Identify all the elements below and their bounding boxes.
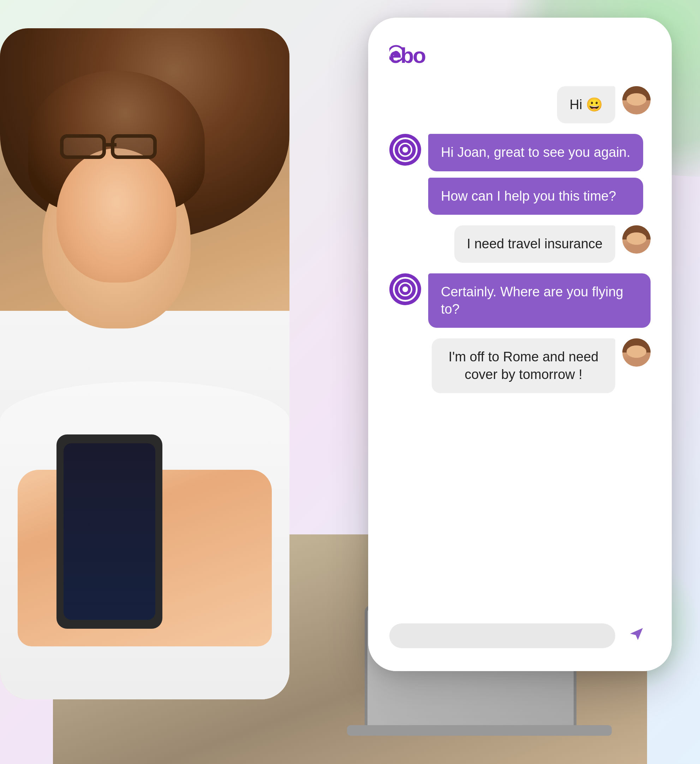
message-text-2: Hi Joan, great to see you again.: [441, 145, 630, 160]
logo-area: ebo: [389, 39, 651, 69]
message-row-5: Certainly. Where are you flying to?: [389, 273, 651, 328]
bot-messages-group-1: Hi Joan, great to see you again. How can…: [428, 134, 643, 215]
message-row-1: Hi 😀: [389, 86, 651, 123]
svg-point-1: [393, 51, 399, 56]
chat-area: Hi 😀: [389, 86, 651, 602]
svg-point-6: [402, 286, 408, 292]
bubble-certainly: Certainly. Where are you flying to?: [428, 273, 651, 328]
message-row-2: Hi Joan, great to see you again. How can…: [389, 134, 651, 215]
message-text-1: Hi 😀: [570, 97, 603, 112]
message-row-6: I'm off to Rome and need cover by tomorr…: [389, 338, 651, 393]
bot-avatar-2: [389, 273, 421, 305]
bubble-travel: I need travel insurance: [454, 225, 615, 263]
message-text-4: I need travel insurance: [467, 236, 603, 251]
svg-point-4: [402, 147, 408, 153]
bot-avatar-inner-2: [393, 277, 417, 302]
device-inner: ebo Hi 😀: [368, 18, 672, 671]
message-text-3: How can I help you this time?: [441, 189, 616, 204]
bot-avatar-1: [389, 134, 421, 166]
ebo-logo: ebo: [389, 42, 446, 67]
message-text-6: I'm off to Rome and need cover by tomorr…: [448, 349, 599, 382]
bot-avatar-inner-1: [393, 138, 417, 162]
bubble-greet: Hi Joan, great to see you again.: [428, 134, 643, 171]
user-avatar-2: [622, 225, 651, 254]
send-button[interactable]: [622, 622, 651, 650]
input-bar: [389, 613, 651, 657]
message-row-4: I need travel insurance: [389, 225, 651, 263]
message-input[interactable]: [389, 623, 615, 648]
chat-device: ebo Hi 😀: [368, 18, 672, 671]
bot-logo-icon: [398, 142, 412, 157]
send-icon: [627, 625, 645, 647]
bubble-rome: I'm off to Rome and need cover by tomorr…: [432, 338, 615, 393]
person-photo: [0, 28, 289, 699]
message-text-5: Certainly. Where are you flying to?: [441, 284, 623, 316]
bot-logo-icon-2: [398, 282, 412, 297]
user-message-1: Hi 😀: [557, 86, 615, 123]
user-avatar-3: [622, 338, 651, 366]
user-message-6: I'm off to Rome and need cover by tomorr…: [432, 338, 615, 393]
user-message-4: I need travel insurance: [454, 225, 615, 263]
bubble-help: How can I help you this time?: [428, 178, 643, 215]
bubble-hi: Hi 😀: [557, 86, 615, 123]
scene: ebo Hi 😀: [0, 0, 700, 764]
user-avatar-1: [622, 86, 651, 114]
bot-messages-group-2: Certainly. Where are you flying to?: [428, 273, 651, 328]
